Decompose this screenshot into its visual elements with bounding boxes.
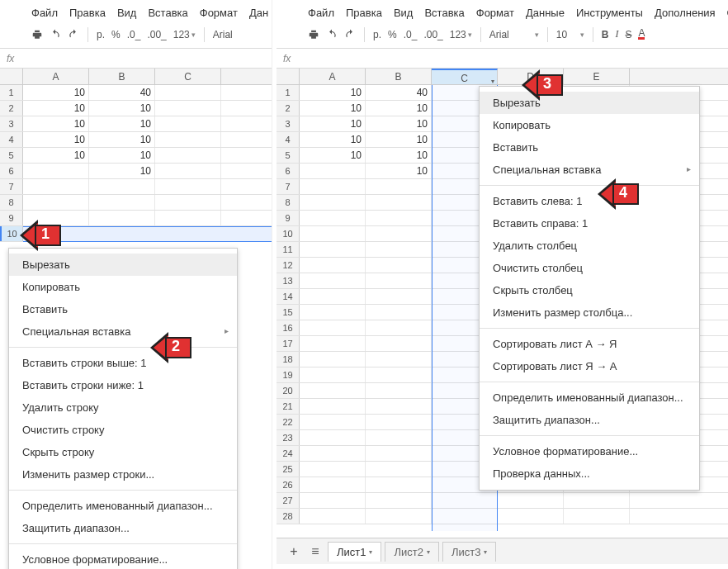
row-header-9[interactable]: 9 [277,211,300,225]
cell[interactable] [300,462,366,477]
ctx-delete-row[interactable]: Удалить строку [9,396,237,419]
ctx-insert-rows-below[interactable]: Вставить строки ниже: 1 [9,374,237,396]
col-header-b[interactable]: B [89,69,155,84]
cell[interactable]: 10 [23,148,89,163]
col-header-c[interactable]: C▾ [432,69,498,84]
cell[interactable] [300,289,366,304]
cell[interactable] [155,211,221,225]
ctx-paste[interactable]: Вставить [9,298,237,320]
cell[interactable] [366,179,432,194]
cell[interactable] [89,211,155,225]
ctx-sort-za[interactable]: Сортировать лист Я → А [480,355,699,377]
ctx-resize-column[interactable]: Изменить размер столбца... [480,301,699,324]
row-header-26[interactable]: 26 [277,477,300,492]
menu-data[interactable]: Дан [249,7,268,19]
ctx-cut[interactable]: Вырезать [480,92,699,114]
ctx-hide-column[interactable]: Скрыть столбец [480,279,699,301]
cell[interactable] [300,320,366,335]
cell[interactable]: 10 [89,132,155,147]
cell[interactable] [155,164,221,178]
row-header-25[interactable]: 25 [277,462,300,477]
row-header-19[interactable]: 19 [277,367,300,382]
ctx-insert-right[interactable]: Вставить справа: 1 [480,212,699,235]
cell[interactable] [300,352,366,367]
redo-icon[interactable] [68,29,79,40]
cell[interactable] [155,179,221,194]
tab-dropdown-icon[interactable]: ▾ [427,548,430,556]
cell[interactable] [300,509,366,524]
row-header-21[interactable]: 21 [277,399,300,414]
cell[interactable] [366,509,432,524]
col-header-a[interactable]: A [23,69,89,84]
row-header-1[interactable]: 1 [277,85,300,100]
ctx-conditional-format[interactable]: Условное форматирование... [9,548,237,569]
row-header-14[interactable]: 14 [277,289,300,304]
redo-icon[interactable] [344,29,356,40]
col-header-e[interactable]: E [564,69,630,84]
row-header-18[interactable]: 18 [277,352,300,367]
row-header-28[interactable]: 28 [277,509,300,524]
cell[interactable] [300,477,366,492]
ctx-paste-special[interactable]: Специальная вставка▸ [9,320,237,343]
cell[interactable] [366,383,432,398]
ctx-sort-az[interactable]: Сортировать лист А → Я [480,333,699,355]
cell[interactable]: 10 [300,132,366,147]
cell[interactable]: 10 [23,132,89,147]
row-header-1[interactable]: 1 [0,85,23,100]
ctx-paste-special[interactable]: Специальная вставка▸ [480,159,699,181]
row-header-2[interactable]: 2 [277,101,300,116]
cell[interactable] [155,85,221,100]
cell[interactable] [155,132,221,147]
cell[interactable] [366,242,432,257]
cell[interactable]: 10 [366,116,432,131]
menu-data[interactable]: Данные [526,7,565,19]
menu-view[interactable]: Вид [394,7,414,19]
cell[interactable] [366,430,432,445]
cell[interactable] [155,116,221,131]
print-icon[interactable] [31,29,43,40]
cell[interactable] [23,226,89,241]
cell[interactable] [89,195,155,210]
cell[interactable] [300,226,366,241]
cell[interactable] [300,211,366,225]
row-header-13[interactable]: 13 [277,273,300,288]
cell[interactable] [23,195,89,210]
menu-format[interactable]: Формат [476,7,514,19]
col-header-c[interactable]: C [155,69,221,84]
number-format[interactable]: 123▾ [173,29,196,40]
cell[interactable] [366,226,432,241]
cell[interactable] [366,352,432,367]
undo-icon[interactable] [326,29,338,40]
cell[interactable]: 10 [23,85,89,100]
col-header-b[interactable]: B [366,69,432,84]
cell[interactable] [366,462,432,477]
row-header-7[interactable]: 7 [0,179,23,194]
cell[interactable] [300,195,366,210]
cell[interactable] [23,164,89,178]
cell[interactable]: 40 [366,85,432,100]
select-all[interactable] [277,69,300,84]
cell[interactable] [366,305,432,320]
ctx-paste[interactable]: Вставить [480,136,699,159]
percent-format[interactable]: % [111,29,121,40]
menu-file[interactable]: Файл [308,7,334,19]
cell[interactable] [300,383,366,398]
cell[interactable]: 10 [300,101,366,116]
cell[interactable] [300,493,366,508]
cell[interactable] [300,258,366,273]
cell[interactable] [498,493,564,508]
cell[interactable]: 10 [89,164,155,178]
cell[interactable] [300,336,366,351]
row-header-10[interactable]: 10 [277,226,300,241]
cell[interactable]: 10 [366,164,432,178]
cell[interactable] [23,179,89,194]
sheet-tab-2[interactable]: Лист2▾ [385,542,438,562]
cell[interactable] [300,430,366,445]
all-sheets-button[interactable]: ≡ [306,544,324,559]
cell[interactable] [564,509,630,524]
tab-dropdown-icon[interactable]: ▾ [484,548,487,556]
menu-view[interactable]: Вид [117,7,137,19]
print-icon[interactable] [308,29,319,40]
cell[interactable] [366,446,432,461]
cell[interactable]: 10 [23,116,89,131]
